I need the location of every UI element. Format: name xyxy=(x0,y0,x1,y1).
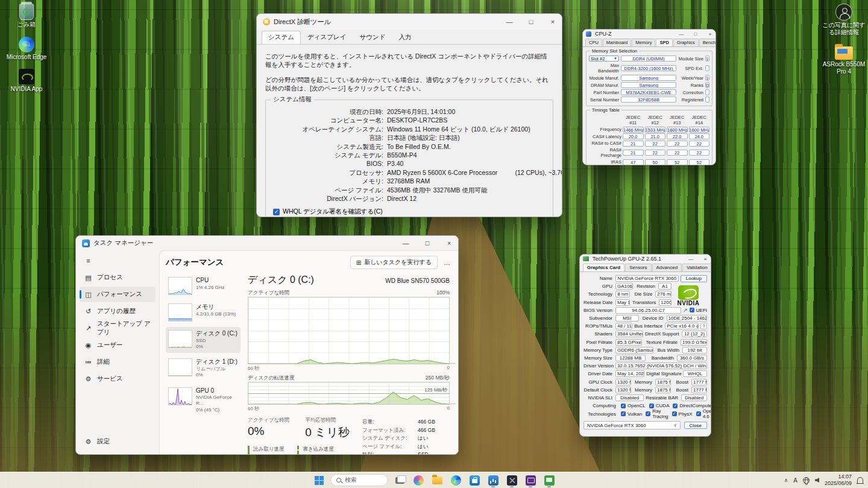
taskbar-dxdiag-button[interactable] xyxy=(542,473,556,487)
volume-icon[interactable] xyxy=(815,478,819,483)
uefi-checkbox[interactable]: ✓ xyxy=(690,308,694,312)
tab-bench[interactable]: Bench xyxy=(699,39,716,46)
maximize-button[interactable]: □ xyxy=(690,31,701,37)
perf-card-gpu0[interactable]: GPU 0NVIDIA GeForce R...0% (45 °C) xyxy=(166,384,241,417)
timings-label: RAS# to CAS# xyxy=(589,141,621,146)
tab-memory[interactable]: Memory xyxy=(632,39,655,46)
perf-card-title: CPU xyxy=(196,277,225,285)
feature-opencl: ✓OpenCL xyxy=(621,403,646,408)
ime-indicator[interactable]: A xyxy=(793,477,797,484)
sidebar-item-details[interactable]: ≔詳細 xyxy=(80,354,156,370)
tab-ディスプレイ[interactable]: ディスプレイ xyxy=(301,31,353,44)
tab-mainboard[interactable]: Mainboard xyxy=(603,39,631,46)
field-label: Boost xyxy=(673,387,690,393)
perf-card-0c[interactable]: ディスク 0 (C:)SSD0% xyxy=(166,327,241,353)
run-new-task-button[interactable]: ⊞ 新しいタスクを実行する xyxy=(350,256,438,269)
sidebar-item-performance[interactable]: ◫パフォーマンス xyxy=(80,287,156,302)
tab-サウンド[interactable]: サウンド xyxy=(353,31,392,44)
desktop-icon-spotlight[interactable]: この写真に関する詳細情報 xyxy=(821,4,867,36)
minimize-button[interactable]: — xyxy=(397,239,415,247)
sidebar-menu-toggle[interactable]: ≡ xyxy=(80,253,156,268)
sidebar-item-app-history[interactable]: ↺アプリの履歴 xyxy=(80,303,156,319)
perf-card-1d[interactable]: ディスク 1 (D:)リムーバブル0% xyxy=(166,355,241,381)
memory-slot-selection-group: Memory Slot Selection Slot #2▼DDR4 (UDIM… xyxy=(586,51,712,106)
notification-bell-icon[interactable] xyxy=(857,477,863,483)
field-label: Memory xyxy=(633,387,653,393)
tab-graphics[interactable]: Graphics xyxy=(673,39,699,46)
network-icon[interactable] xyxy=(803,477,810,484)
checkbox-icon[interactable]: ✓ xyxy=(649,404,654,408)
minimize-button[interactable]: — xyxy=(500,18,518,25)
desktop-icon-nvidia-app[interactable]: NVIDIA App xyxy=(5,69,48,93)
cpuz-title: CPU-Z xyxy=(595,31,612,37)
help-icon[interactable]: ? xyxy=(700,323,707,329)
tab-validation[interactable]: Validation xyxy=(682,264,711,271)
lookup-button[interactable]: Lookup xyxy=(681,275,707,282)
checkbox-icon[interactable]: ✓ xyxy=(673,404,678,408)
desktop-icon-recycle-bin[interactable]: ごみ箱 xyxy=(5,4,48,28)
timings-label: RAS# Precharge xyxy=(589,147,621,158)
maximize-button[interactable]: □ xyxy=(522,18,540,25)
taskbar-copilot-button[interactable] xyxy=(411,473,426,487)
sidebar-item-users[interactable]: ◉ユーザー xyxy=(80,337,156,353)
close-button[interactable]: × xyxy=(440,239,458,247)
field-value: 276 mm² xyxy=(655,291,671,297)
property-label: ページ ファイル: xyxy=(362,443,418,451)
property-label: システム ディスク: xyxy=(362,434,418,443)
tab-入力[interactable]: 入力 xyxy=(392,31,418,44)
tab-graphics-card[interactable]: Graphics Card xyxy=(583,264,624,271)
hidden-icons-chevron[interactable]: ∧ xyxy=(784,477,788,483)
sidebar-item-settings[interactable]: ⚙ 設定 xyxy=(80,434,156,449)
tab-sensors[interactable]: Sensors xyxy=(625,264,651,271)
start-button[interactable] xyxy=(312,473,326,487)
sidebar-item-processes[interactable]: ▤プロセス xyxy=(80,270,156,285)
share-icon[interactable]: ↗ xyxy=(683,307,688,313)
taskbar-file-explorer-button[interactable] xyxy=(430,473,444,487)
checkbox-icon[interactable]: ✓ xyxy=(696,411,701,416)
disk-properties-table: 容量:466 GBフォーマット済み:466 GBシステム ディスク:はいページ … xyxy=(362,417,435,455)
desktop-icon-edge[interactable]: Microsoft Edge xyxy=(5,37,48,61)
minimize-button[interactable]: — xyxy=(685,256,696,262)
field-label: Name xyxy=(583,276,614,281)
system-info-row: コンピューター名:DESKTOP-LR7C2BS xyxy=(272,116,547,124)
whql-checkbox-row[interactable]: ✓ WHQL デジタル署名を確認する(C) xyxy=(273,208,547,216)
perf-card-[interactable]: メモリ4.2/31.9 GB (13%) xyxy=(166,300,241,325)
close-button[interactable]: × xyxy=(705,31,715,37)
whql-checkbox[interactable]: ✓ xyxy=(273,209,280,215)
taskbar-store-button[interactable] xyxy=(467,473,482,487)
chart-area xyxy=(169,304,192,321)
sidebar-item-services[interactable]: ⚙サービス xyxy=(80,371,156,387)
maximize-button[interactable]: □ xyxy=(418,239,436,247)
tab-advanced[interactable]: Advanced xyxy=(652,264,682,271)
stat-label: 書き込み速度 xyxy=(303,446,333,453)
taskbar-task-view-button[interactable] xyxy=(392,473,407,487)
sidebar-item-label: ユーザー xyxy=(97,341,123,349)
perf-card-cpu[interactable]: CPU1% 4.26 GHz xyxy=(166,274,241,298)
desktop-icons-left: ごみ箱Microsoft EdgeNVIDIA App xyxy=(5,4,48,93)
search-input[interactable]: 検索 xyxy=(330,474,388,486)
checkbox-icon[interactable]: ✓ xyxy=(621,404,626,408)
gpu-select-dropdown[interactable]: NVIDIA GeForce RTX 3060 ∨ xyxy=(583,421,681,429)
memory-slot-dropdown[interactable]: Slot #2▼ xyxy=(589,55,619,62)
taskbar-cpuz-button[interactable] xyxy=(505,473,519,487)
taskbar-edge-button[interactable] xyxy=(448,473,463,487)
taskbar-gpuz-button[interactable] xyxy=(523,473,538,487)
whql-label: WHQL デジタル署名を確認する(C) xyxy=(283,208,383,216)
clock[interactable]: 14:07 2025/06/09 xyxy=(825,474,852,487)
tab-システム[interactable]: システム xyxy=(262,31,301,44)
close-button[interactable]: × xyxy=(700,256,711,262)
checkbox-icon[interactable]: ✓ xyxy=(646,411,650,416)
minimize-button[interactable]: — xyxy=(676,31,687,37)
taskbar-task-manager-button[interactable] xyxy=(486,473,500,487)
checkbox-icon[interactable]: ✓ xyxy=(672,411,677,416)
chart-area xyxy=(248,382,456,404)
close-button[interactable]: Close xyxy=(684,422,707,429)
checkbox-icon[interactable]: ✓ xyxy=(621,411,626,416)
close-button[interactable]: × xyxy=(544,18,562,25)
tab-cpu[interactable]: CPU xyxy=(585,39,602,46)
tab-spd[interactable]: SPD xyxy=(656,39,672,46)
sidebar-item-startup[interactable]: ↗スタートアップ アプリ xyxy=(80,320,156,336)
chevron-down-icon: ∨ xyxy=(673,423,676,428)
desktop-icon-folder[interactable]: ASRock B550M Pro 4 xyxy=(821,44,867,75)
more-options-button[interactable]: … xyxy=(444,259,451,266)
